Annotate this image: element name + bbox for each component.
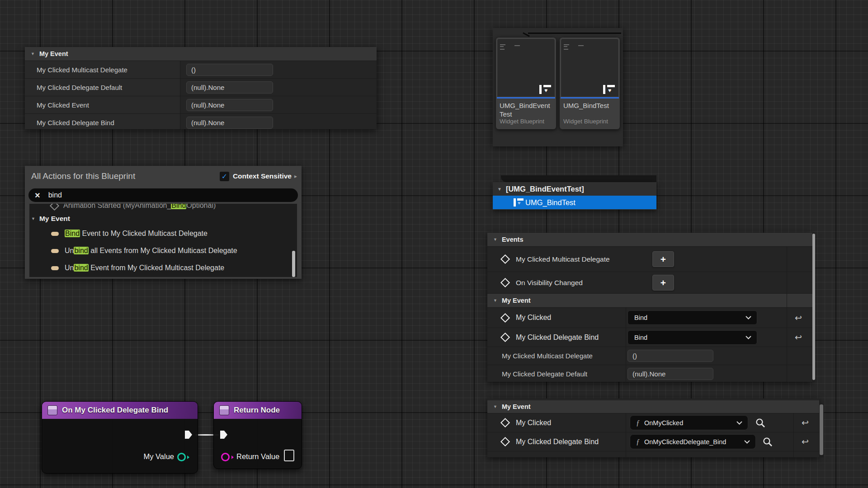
node-on-my-clicked-delegate-bind[interactable]: On My Clicked Delegate Bind My Value (42, 401, 198, 474)
browse-to-function-icon[interactable] (762, 436, 773, 447)
event-diamond-icon (500, 418, 510, 427)
search-input[interactable]: × bind (28, 188, 298, 202)
return-value-pin[interactable] (221, 453, 230, 461)
bind-mode-dropdown[interactable]: Bind (627, 330, 757, 345)
blueprint-graph-canvas[interactable]: ▼ My Event My Clicked Multicast Delegate… (0, 0, 868, 488)
bind-mode-dropdown[interactable]: Bind (627, 310, 757, 325)
column-splitter (626, 451, 626, 458)
column-splitter (626, 308, 626, 328)
event-label: My Clicked Multicast Delegate (516, 255, 610, 263)
hierarchy-root-row[interactable]: ▼ [UMG_BindEventTest] (493, 182, 656, 196)
node-header[interactable]: On My Clicked Delegate Bind (42, 402, 198, 419)
action-item-clipped[interactable]: Animation Started (MyAnimation_BindOptio… (29, 204, 297, 212)
browse-to-function-icon[interactable] (755, 418, 766, 428)
chevron-down-icon (745, 316, 751, 319)
actions-menu-title: All Actions for this Blueprint (31, 171, 135, 181)
property-value: () (632, 352, 637, 360)
collapse-arrow-icon: ▼ (31, 52, 35, 56)
reset-to-default-button[interactable]: ↩ (802, 437, 809, 446)
tab-strip-edge (528, 33, 621, 34)
chevron-down-icon (736, 421, 742, 425)
property-value-field[interactable]: () (627, 350, 713, 362)
property-label: My Clicked (516, 419, 551, 427)
property-value-field[interactable]: (null).None (186, 81, 273, 94)
clear-search-icon[interactable]: × (35, 191, 40, 200)
event-diamond-icon (500, 333, 510, 342)
add-event-button[interactable]: + (652, 275, 674, 291)
content-browser-window: ♥ UMG_BindEventTest Widget Blueprint ♥ (493, 28, 623, 146)
node-return-node[interactable]: Return Node Return Value (213, 401, 302, 469)
context-sensitive-checkbox[interactable]: ✓ (220, 172, 229, 181)
my-value-pin-arrow (187, 455, 189, 459)
event-diamond-icon (500, 278, 510, 287)
events-panel-scrollbar[interactable] (812, 234, 815, 380)
category-header-my-event[interactable]: ▼ My Event (487, 400, 819, 413)
property-value-field[interactable]: () (186, 64, 273, 76)
context-expand-chevron-icon[interactable]: ▸ (294, 173, 297, 179)
asset-tile-umg-bindtest[interactable]: ♥ UMG_BindTest Widget Blueprint (560, 38, 620, 129)
node-title: Return Node (234, 406, 280, 415)
details-panel-function-bindings: ▼ My Event My Clicked ƒ OnMyClicked ↩ My… (487, 399, 819, 457)
function-binding-row: My Clicked Delegate Bind ƒ OnMyClickedDe… (487, 432, 819, 451)
column-splitter (626, 413, 626, 432)
bottom-panel-scrollbar[interactable] (820, 404, 823, 455)
bind-dropdown-row: My Clicked Delegate Bind Bind ↩ (487, 328, 812, 347)
category-label: My Event (502, 297, 531, 304)
actions-list: Animation Started (MyAnimation_BindOptio… (29, 204, 297, 277)
asset-type-color-bar (561, 97, 619, 99)
property-label: My Clicked Delegate Bind (516, 333, 599, 342)
actions-list-scrollbar[interactable] (292, 251, 295, 277)
hierarchy-root-label: [UMG_BindEventTest] (506, 185, 584, 193)
asset-tile-umg-bindeventtest[interactable]: ♥ UMG_BindEventTest Widget Blueprint (496, 38, 556, 129)
property-label: My Clicked Delegate Default (502, 370, 587, 378)
category-label: My Event (502, 403, 531, 410)
collapse-arrow-icon: ▼ (31, 216, 35, 221)
asset-type-color-bar (497, 97, 555, 99)
value-row: My Clicked Multicast Delegate () (487, 347, 812, 365)
all-actions-menu: All Actions for this Blueprint ✓ Context… (25, 166, 302, 279)
event-diamond-icon (500, 254, 510, 264)
collapse-arrow-icon: ▼ (493, 237, 497, 242)
search-value: bind (48, 191, 62, 199)
hierarchy-selected-row[interactable]: ♥ UMG_BindTest (493, 196, 656, 209)
property-label: My Clicked Multicast Delegate (37, 66, 127, 74)
property-value: (null).None (191, 84, 224, 91)
delegate-pill-icon (51, 266, 59, 270)
asset-name: UMG_BindEventTest (500, 101, 553, 118)
delegate-pill-icon (51, 232, 59, 236)
category-header-events[interactable]: ▼ Events (487, 233, 812, 246)
action-item[interactable]: Bind Event to My Clicked Multicast Deleg… (29, 225, 297, 242)
category-header-my-event[interactable]: ▼ My Event (25, 47, 377, 61)
action-item[interactable]: Unbind Event from My Clicked Multicast D… (29, 259, 297, 277)
function-dropdown[interactable]: ƒ OnMyClickedDelegate_Bind (630, 434, 756, 449)
property-label: My Clicked Multicast Delegate (502, 352, 593, 360)
category-header-my-event[interactable]: ▼ My Event (487, 293, 812, 307)
reset-to-default-button[interactable]: ↩ (795, 314, 802, 322)
category-label: Events (502, 236, 524, 243)
function-icon: ƒ (636, 419, 640, 427)
property-value: () (191, 66, 196, 74)
property-value-field[interactable]: (null).None (627, 368, 713, 380)
exec-output-pin[interactable] (185, 431, 192, 439)
actions-category-my-event[interactable]: ▼ My Event (29, 212, 297, 225)
my-value-pin[interactable] (177, 453, 186, 461)
return-value-checkbox[interactable] (284, 450, 294, 461)
value-row: My Clicked Delegate Default (null).None (487, 365, 812, 383)
event-node-icon (219, 405, 229, 415)
property-value-field[interactable]: (null).None (186, 99, 273, 111)
add-event-button[interactable]: + (652, 251, 674, 267)
category-label: My Event (39, 50, 68, 57)
node-header[interactable]: Return Node (214, 402, 302, 419)
asset-thumbnail: ♥ (561, 38, 619, 97)
reset-to-default-button[interactable]: ↩ (795, 333, 802, 342)
hierarchy-tab-strip (501, 175, 656, 182)
event-row: My Clicked Multicast Delegate + (487, 246, 812, 272)
exec-input-pin[interactable] (220, 431, 227, 439)
column-splitter (626, 365, 626, 383)
function-dropdown[interactable]: ƒ OnMyClicked (630, 415, 748, 430)
property-value-field[interactable]: (null).None (186, 117, 273, 129)
action-item[interactable]: Unbind all Events from My Clicked Multic… (29, 242, 297, 259)
event-row: On Visibility Changed + (487, 272, 812, 293)
reset-to-default-button[interactable]: ↩ (802, 418, 809, 427)
actions-category-label: My Event (39, 215, 70, 223)
